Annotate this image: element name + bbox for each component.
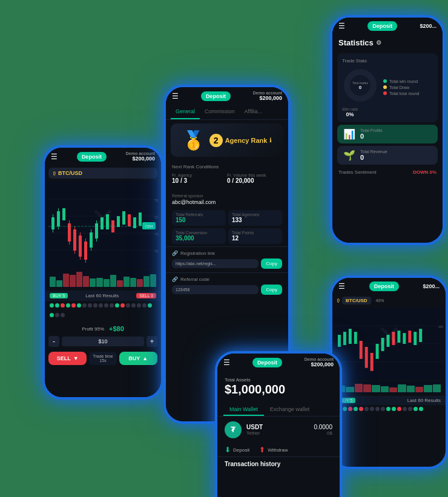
- sentiment-row: Trades Sentiment DOWN 0%: [332, 167, 443, 177]
- phone-wallet: ☰ Deposit Demo account $200,000 Total As…: [215, 351, 342, 497]
- tab-main-wallet[interactable]: Main Wallet: [223, 404, 264, 416]
- dot: [55, 313, 59, 317]
- coin-balance: 0.0000 0$: [314, 424, 332, 436]
- balance-value: $200...: [420, 23, 436, 29]
- results-label: Last 60 Results: [85, 293, 119, 298]
- lose-dot: [383, 91, 387, 95]
- svg-text:0: 0: [359, 85, 362, 90]
- deposit-button[interactable]: Deposit: [77, 152, 107, 162]
- time-label: Trade time: [93, 354, 113, 358]
- chart-symbol: ₿ BTC/USD: [48, 168, 157, 179]
- total-conversions-value: 35,000: [176, 235, 222, 242]
- dot: [50, 313, 54, 317]
- dot: [148, 303, 152, 308]
- ref-code-input[interactable]: 123456: [172, 285, 259, 294]
- tab-commission[interactable]: Commission: [200, 105, 240, 119]
- buy-button[interactable]: BUY ▲: [119, 352, 157, 365]
- fr-volume-value: 0 / 20,000: [227, 177, 282, 184]
- dot: [413, 407, 418, 411]
- svg-text:7300: 7300: [154, 199, 159, 202]
- svg-rect-57: [413, 332, 417, 345]
- tab-general[interactable]: General: [171, 105, 200, 119]
- withdraw-action-label: Withdraw: [268, 447, 288, 453]
- total-agencies-label: Total Agencies: [232, 212, 278, 217]
- svg-text:✕: ✕: [377, 320, 402, 354]
- rank-badge-section: 🥇 2 Agency Rank ℹ: [171, 123, 283, 157]
- minus-button[interactable]: -: [48, 336, 59, 347]
- stats-header: Statistics ⚙: [332, 35, 443, 51]
- coin-usd: 0$: [314, 430, 332, 436]
- dot: [77, 303, 81, 308]
- sell-button[interactable]: SELL ▼: [48, 352, 87, 365]
- phone-trading-left: ☰ Deposit Demo account $200,000 ₿ BTC/US…: [42, 145, 163, 400]
- dot: [392, 407, 396, 411]
- symbol-name: BTC/USD: [58, 170, 82, 176]
- withdraw-action[interactable]: ⬆ Withdraw: [259, 446, 288, 454]
- dot: [419, 407, 423, 411]
- revenue-info: Total Revenue 0: [360, 150, 432, 161]
- dot: [359, 407, 363, 411]
- settings-icon[interactable]: ⚙: [376, 39, 381, 46]
- reg-link-input[interactable]: https://abc.net/regis...: [172, 259, 259, 268]
- ref-copy-button[interactable]: Copy: [261, 285, 282, 295]
- symbol-name: BTC/USD: [342, 297, 371, 304]
- total-points-label: Total Points: [232, 231, 278, 235]
- results-label: Last 60 Results: [407, 398, 441, 403]
- menu-icon[interactable]: ☰: [338, 22, 345, 30]
- rank-conditions: Fr. Agency 10 / 3 Fr. Volume this week 0…: [172, 173, 282, 184]
- info-icon[interactable]: ℹ: [269, 137, 272, 143]
- legend-draw: Total Draw: [383, 85, 433, 90]
- svg-text:7270: 7270: [154, 216, 159, 219]
- total-revenue-label: Total Revenue: [360, 150, 432, 154]
- menu-icon[interactable]: ☰: [51, 153, 58, 161]
- total-conversions: Total Conversion 35,000: [172, 228, 226, 244]
- total-assets-value: $1,000,000: [225, 383, 332, 397]
- total-referrals: Total Referrals 150: [172, 210, 226, 226]
- menu-icon[interactable]: ☰: [223, 358, 230, 367]
- btc-icon: ₿: [337, 298, 340, 303]
- fr-agency-label: Fr. Agency: [172, 173, 227, 177]
- reg-link-label: 🔗 Registration link: [172, 251, 282, 256]
- time-value: 15s: [93, 358, 113, 363]
- dot: [50, 303, 54, 308]
- sell-badge: SELL 3: [136, 293, 156, 298]
- stats-title: Statistics ⚙: [338, 38, 436, 47]
- header-balance: $200...: [423, 283, 440, 289]
- balance-label: Demo account: [126, 151, 155, 156]
- coin-amount: 0.0000: [314, 424, 332, 430]
- balance-label: Demo account: [305, 357, 334, 361]
- dot: [71, 303, 76, 308]
- pct-change: 40%: [376, 298, 384, 303]
- svg-rect-45: [349, 329, 352, 344]
- reg-copy-button[interactable]: Copy: [261, 258, 282, 269]
- deposit-action[interactable]: ⬇ Deposit: [225, 446, 249, 454]
- donut-chart: Total trades 0: [342, 67, 378, 104]
- coin-info: USDT Tether: [246, 424, 309, 436]
- deposit-button[interactable]: Deposit: [252, 358, 282, 367]
- deposit-button[interactable]: Deposit: [369, 281, 399, 291]
- dot: [115, 303, 119, 308]
- total-assets-label: Total Assets: [225, 377, 332, 383]
- plus-button[interactable]: +: [147, 336, 157, 347]
- dot: [126, 303, 130, 308]
- usdt-icon: ₮: [225, 421, 242, 438]
- deposit-button[interactable]: Deposit: [201, 91, 231, 101]
- buy-label: BUY: [128, 355, 140, 361]
- draw-label: Total Draw: [389, 85, 409, 90]
- menu-icon[interactable]: ☰: [172, 92, 179, 100]
- svg-rect-8: [62, 208, 65, 220]
- profit-value: +$80: [109, 325, 124, 332]
- profit-row: Profit 95% +$80: [45, 324, 161, 334]
- results-section: BUY 5 Last 60 Results SELL 3: [45, 291, 161, 301]
- deposit-button[interactable]: Deposit: [367, 21, 397, 31]
- svg-rect-49: [371, 353, 374, 371]
- chart-area: 7254 ✕ 7300 7270 7250 7233: [47, 181, 159, 269]
- candlestick-chart: 7254 ✕ 7300 7270 7250 7233: [47, 181, 159, 269]
- dot: [82, 303, 87, 308]
- menu-icon[interactable]: ☰: [338, 282, 345, 291]
- tab-affiliate[interactable]: Affilia...: [240, 105, 267, 119]
- tab-exchange-wallet[interactable]: Exchange wallet: [264, 404, 316, 416]
- balance-value: $200,000: [253, 95, 282, 101]
- phone-statistics: ☰ Deposit $200... Statistics ⚙ Trade Sta…: [330, 15, 445, 245]
- amount-input[interactable]: $10: [62, 337, 144, 346]
